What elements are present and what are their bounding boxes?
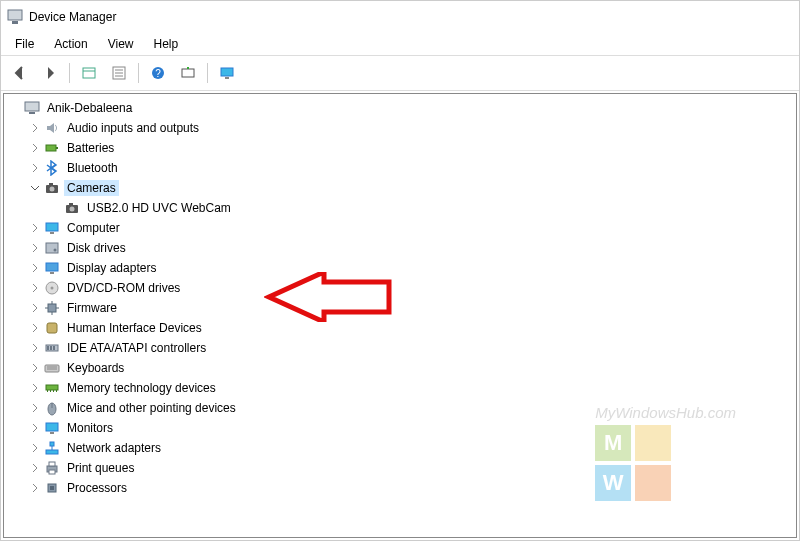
expand-icon[interactable] (28, 121, 42, 135)
menu-file[interactable]: File (5, 35, 44, 53)
svg-rect-46 (50, 390, 51, 392)
svg-point-30 (51, 287, 54, 290)
tree-row[interactable]: Memory technology devices (24, 378, 796, 398)
expand-icon[interactable] (28, 341, 42, 355)
menu-view[interactable]: View (98, 35, 144, 53)
expand-icon[interactable] (28, 221, 42, 235)
display-icon (44, 260, 60, 276)
titlebar: Device Manager (1, 1, 799, 33)
expand-icon[interactable] (28, 321, 42, 335)
tree-label[interactable]: DVD/CD-ROM drives (64, 280, 183, 296)
tree-node: Print queues (24, 458, 796, 478)
tree-row[interactable]: Cameras (24, 178, 796, 198)
expand-icon[interactable] (28, 141, 42, 155)
tree-row[interactable]: Mice and other pointing devices (24, 398, 796, 418)
tree-label[interactable]: Firmware (64, 300, 120, 316)
tree-label[interactable]: Processors (64, 480, 130, 496)
tree-label[interactable]: Disk drives (64, 240, 129, 256)
tree-row[interactable]: Disk drives (24, 238, 796, 258)
hid-icon (44, 320, 60, 336)
tree-node: Display adapters (24, 258, 796, 278)
menu-help[interactable]: Help (144, 35, 189, 53)
tree-label[interactable]: Audio inputs and outputs (64, 120, 202, 136)
menu-action[interactable]: Action (44, 35, 97, 53)
expand-icon[interactable] (28, 461, 42, 475)
expand-icon[interactable] (28, 241, 42, 255)
tree-row[interactable]: Human Interface Devices (24, 318, 796, 338)
device-tree-pane[interactable]: Anik-DebaleenaAudio inputs and outputsBa… (3, 93, 797, 538)
expand-icon[interactable] (28, 441, 42, 455)
tree-label[interactable]: Bluetooth (64, 160, 121, 176)
tree-label[interactable]: Network adapters (64, 440, 164, 456)
tree-row[interactable]: IDE ATA/ATAPI controllers (24, 338, 796, 358)
expand-icon[interactable] (28, 421, 42, 435)
tree-label[interactable]: USB2.0 HD UVC WebCam (84, 200, 234, 216)
mouse-icon (44, 400, 60, 416)
tree-row[interactable]: Audio inputs and outputs (24, 118, 796, 138)
tree-label[interactable]: Anik-Debaleena (44, 100, 135, 116)
svg-rect-52 (50, 432, 54, 434)
window-title: Device Manager (29, 10, 116, 24)
tree-row[interactable]: Firmware (24, 298, 796, 318)
svg-rect-1 (12, 21, 18, 24)
svg-rect-13 (25, 102, 39, 111)
show-hidden-button[interactable] (75, 60, 103, 86)
tree-label[interactable]: Batteries (64, 140, 117, 156)
expand-icon[interactable] (28, 301, 42, 315)
tree-row[interactable]: Anik-Debaleena (4, 98, 796, 118)
svg-rect-36 (47, 323, 57, 333)
tree-row[interactable]: Bluetooth (24, 158, 796, 178)
tree-row[interactable]: Print queues (24, 458, 796, 478)
tree-label[interactable]: Mice and other pointing devices (64, 400, 239, 416)
expand-icon[interactable] (28, 161, 42, 175)
tree-label[interactable]: Print queues (64, 460, 137, 476)
back-button[interactable] (6, 60, 34, 86)
tree-node: Anik-DebaleenaAudio inputs and outputsBa… (4, 98, 796, 498)
tree-label[interactable]: Keyboards (64, 360, 127, 376)
memory-icon (44, 380, 60, 396)
tree-row[interactable]: Processors (24, 478, 796, 498)
tree-row[interactable]: Monitors (24, 418, 796, 438)
device-tree[interactable]: Anik-DebaleenaAudio inputs and outputsBa… (4, 98, 796, 498)
svg-rect-51 (46, 423, 58, 431)
tree-label[interactable]: Human Interface Devices (64, 320, 205, 336)
expand-icon[interactable] (28, 401, 42, 415)
toolbar-separator (138, 63, 139, 83)
collapse-icon[interactable] (28, 181, 42, 195)
svg-rect-19 (49, 183, 53, 185)
tree-label[interactable]: Monitors (64, 420, 116, 436)
cpu-icon (44, 480, 60, 496)
svg-rect-31 (48, 304, 56, 312)
svg-rect-28 (50, 272, 54, 274)
svg-rect-38 (47, 346, 49, 350)
scan-button[interactable] (174, 60, 202, 86)
tree-row[interactable]: Keyboards (24, 358, 796, 378)
forward-button[interactable] (36, 60, 64, 86)
expand-icon[interactable] (28, 261, 42, 275)
expand-icon[interactable] (28, 361, 42, 375)
tree-row[interactable]: Network adapters (24, 438, 796, 458)
expand-icon[interactable] (28, 281, 42, 295)
tree-row[interactable]: Computer (24, 218, 796, 238)
tree-node: Disk drives (24, 238, 796, 258)
tree-label[interactable]: Display adapters (64, 260, 159, 276)
properties-button[interactable] (105, 60, 133, 86)
tree-row[interactable]: Batteries (24, 138, 796, 158)
toolbar-separator (207, 63, 208, 83)
tree-node: Network adapters (24, 438, 796, 458)
tree-label[interactable]: Cameras (64, 180, 119, 196)
expand-icon[interactable] (28, 481, 42, 495)
expand-icon[interactable] (28, 381, 42, 395)
tree-label[interactable]: IDE ATA/ATAPI controllers (64, 340, 209, 356)
tree-row[interactable]: Display adapters (24, 258, 796, 278)
svg-rect-57 (49, 462, 55, 466)
tree-row[interactable]: USB2.0 HD UVC WebCam (44, 198, 796, 218)
tree-label[interactable]: Memory technology devices (64, 380, 219, 396)
toolbar-separator (69, 63, 70, 83)
tree-label[interactable]: Computer (64, 220, 123, 236)
tree-node: DVD/CD-ROM drives (24, 278, 796, 298)
tree-row[interactable]: DVD/CD-ROM drives (24, 278, 796, 298)
help-button[interactable]: ? (144, 60, 172, 86)
monitor-button[interactable] (213, 60, 241, 86)
speaker-icon (44, 120, 60, 136)
